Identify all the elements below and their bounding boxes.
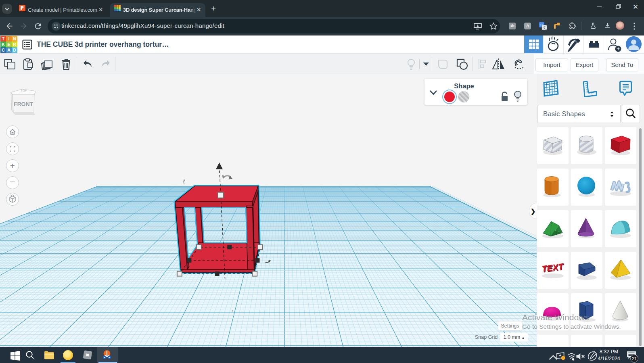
svg-text:文: 文: [543, 26, 546, 30]
svg-text:FRONT: FRONT: [14, 101, 33, 107]
svg-text:TOP: TOP: [21, 89, 27, 92]
